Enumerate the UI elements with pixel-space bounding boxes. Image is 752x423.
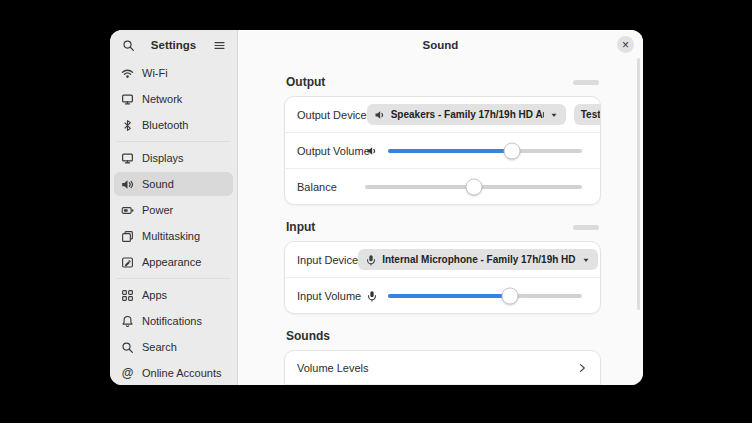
speaker-volume-icon [365,145,378,157]
output-volume-slider-fill [388,149,512,153]
chevron-down-icon [581,255,591,265]
sounds-card: Volume Levels [284,350,601,385]
apps-grid-icon [121,289,134,302]
balance-label: Balance [297,181,365,193]
sidebar-item-label: Online Accounts [142,367,222,379]
hamburger-menu-icon [213,39,226,52]
input-heading: Input [286,220,315,234]
sidebar-item-label: Appearance [142,256,201,268]
sidebar-item-label: Power [142,204,173,216]
output-heading: Output [286,75,325,89]
output-volume-slider[interactable] [388,149,582,153]
main-headerbar: Sound × [238,30,643,60]
wifi-icon [121,67,134,80]
sidebar-item-apps[interactable]: Apps [114,283,233,307]
sounds-heading: Sounds [286,329,330,343]
input-level-meter [573,225,599,230]
output-device-label: Output Device [297,109,367,121]
sound-icon [121,178,134,191]
sidebar-item-sound[interactable]: Sound [114,172,233,196]
output-volume-row: Output Volume [285,132,600,168]
search-icon [122,39,135,52]
displays-icon [121,152,134,165]
sidebar-headerbar: Settings [110,30,237,60]
settings-window: Settings Wi-Fi Network Bluetooth [110,30,643,385]
sidebar-item-notifications[interactable]: Notifications [114,309,233,333]
input-card: Input Device Internal Microphone - Famil… [284,241,601,314]
sidebar-item-power[interactable]: Power [114,198,233,222]
input-volume-slider[interactable] [388,294,582,298]
sidebar-item-label: Bluetooth [142,119,188,131]
network-icon [121,93,134,106]
sidebar-item-label: Apps [142,289,167,301]
balance-slider[interactable] [365,185,582,189]
clipped-row [285,384,600,385]
balance-row: Balance [285,168,600,204]
sidebar-item-label: Notifications [142,315,202,327]
input-volume-slider-fill [388,294,510,298]
sidebar-item-label: Search [142,341,177,353]
microphone-volume-icon [365,290,378,302]
volume-levels-label: Volume Levels [297,362,369,374]
output-device-dropdown[interactable]: Speakers - Family 17h/19h HD Audio… [367,104,566,125]
speaker-icon [374,109,386,121]
output-card: Output Device Speakers - Family 17h/19h … [284,96,601,205]
sidebar-item-displays[interactable]: Displays [114,146,233,170]
sound-settings-content: Output Output Device Speakers - Family 1… [238,75,643,385]
input-volume-slider-thumb[interactable] [502,287,519,304]
sidebar-separator [117,141,230,142]
input-volume-label: Input Volume [297,290,365,302]
sidebar: Settings Wi-Fi Network Bluetooth [110,30,238,385]
chevron-right-icon [576,362,588,374]
input-device-row: Input Device Internal Microphone - Famil… [285,242,600,277]
microphone-icon [365,254,377,266]
sidebar-item-label: Network [142,93,182,105]
sidebar-separator [117,278,230,279]
sidebar-item-wifi[interactable]: Wi-Fi [114,61,233,85]
sidebar-item-online-accounts[interactable]: @ Online Accounts [114,361,233,385]
input-device-value: Internal Microphone - Family 17h/19h HD … [382,254,576,265]
close-button[interactable]: × [617,36,634,53]
sidebar-item-appearance[interactable]: Appearance [114,250,233,274]
test-speakers-button[interactable]: Test… [574,104,601,125]
volume-levels-row[interactable]: Volume Levels [285,351,600,384]
sidebar-item-multitasking[interactable]: Multitasking [114,224,233,248]
page-title: Sound [423,39,459,51]
sidebar-item-label: Displays [142,152,184,164]
main-menu-button[interactable] [210,36,228,54]
input-device-dropdown[interactable]: Internal Microphone - Family 17h/19h HD … [358,249,598,270]
output-volume-slider-thumb[interactable] [504,142,521,159]
input-section-header: Input [286,220,599,234]
output-level-meter [573,80,599,85]
sidebar-title: Settings [151,39,196,51]
sidebar-item-label: Sound [142,178,174,190]
sidebar-item-label: Multitasking [142,230,200,242]
output-device-row: Output Device Speakers - Family 17h/19h … [285,97,600,132]
sidebar-item-search[interactable]: Search [114,335,233,359]
bluetooth-icon [121,119,134,132]
sidebar-nav: Wi-Fi Network Bluetooth Displays Sound [110,60,237,385]
search-icon [121,341,134,354]
sidebar-item-label: Wi-Fi [142,67,168,79]
notifications-bell-icon [121,315,134,328]
output-device-value: Speakers - Family 17h/19h HD Audio… [391,109,544,120]
close-icon: × [622,39,629,51]
sound-panel: Sound × Output Output Device [238,30,643,385]
output-volume-label: Output Volume [297,145,365,157]
scrollbar[interactable] [637,58,640,310]
sidebar-item-network[interactable]: Network [114,87,233,111]
multitasking-icon [121,230,134,243]
sidebar-item-bluetooth[interactable]: Bluetooth [114,113,233,137]
power-icon [121,204,134,217]
sounds-section-header: Sounds [286,329,599,343]
input-volume-row: Input Volume [285,277,600,313]
output-section-header: Output [286,75,599,89]
appearance-icon [121,256,134,269]
chevron-down-icon [549,110,559,120]
online-accounts-icon: @ [121,367,134,380]
balance-slider-thumb[interactable] [465,178,482,195]
input-device-label: Input Device [297,254,358,266]
search-button[interactable] [119,36,137,54]
